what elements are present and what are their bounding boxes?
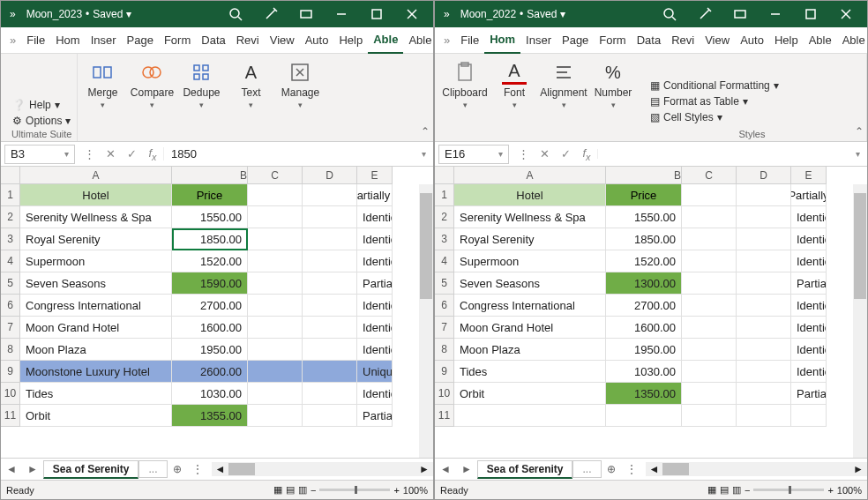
enter-icon[interactable]: ✓ [121, 147, 142, 160]
zoom-level[interactable]: 100% [837, 485, 862, 496]
col-header[interactable]: E [357, 167, 393, 184]
cell[interactable] [682, 272, 737, 295]
row-header[interactable]: 8 [435, 339, 454, 361]
cell[interactable]: Partially [791, 184, 827, 206]
cell[interactable]: 1950.00 [606, 339, 682, 361]
cell[interactable]: Identical [357, 295, 393, 317]
sheet-tab-active[interactable]: Sea of Serenity [477, 460, 573, 479]
cell[interactable]: 2700.00 [172, 295, 248, 317]
row-header[interactable]: 10 [435, 383, 454, 405]
sheet-nav-next[interactable]: ► [22, 463, 43, 475]
cell[interactable]: 1300.00 [606, 272, 682, 295]
cell[interactable] [737, 184, 791, 206]
zoom-in-icon[interactable]: + [827, 485, 833, 496]
cell[interactable]: Orbit [20, 405, 172, 427]
cell[interactable] [303, 206, 357, 228]
cell[interactable] [682, 405, 737, 427]
row-header[interactable]: 10 [1, 383, 20, 405]
cell-styles-button[interactable]: ▧Cell Styles ▾ [650, 111, 722, 123]
cell[interactable] [737, 405, 791, 427]
cell[interactable]: Seven Seasons [454, 272, 606, 295]
cell[interactable]: 2600.00 [172, 361, 248, 383]
cell[interactable]: Moon Grand Hotel [454, 317, 606, 339]
cell[interactable] [682, 295, 737, 317]
row-header[interactable]: 6 [1, 295, 20, 317]
normal-view-icon[interactable]: ▦ [273, 484, 282, 496]
row-header[interactable]: 4 [435, 250, 454, 272]
row-header[interactable]: 1 [435, 184, 454, 206]
col-header[interactable]: A [454, 167, 606, 184]
cell[interactable] [682, 339, 737, 361]
name-box[interactable]: E16▾ [438, 145, 509, 164]
row-header[interactable]: 11 [1, 405, 20, 427]
cell[interactable]: Tides [20, 383, 172, 405]
cell[interactable]: Identical [791, 361, 827, 383]
tab-data[interactable]: Data [632, 27, 666, 54]
cell[interactable]: 1850.00 [606, 228, 682, 250]
cell[interactable] [248, 361, 303, 383]
sheet-tab-hidden[interactable]: ... [138, 460, 167, 478]
search-icon[interactable] [218, 1, 253, 27]
maximize-button[interactable] [359, 1, 394, 27]
col-header[interactable]: B [606, 167, 682, 184]
cell[interactable] [454, 405, 606, 427]
cell[interactable] [303, 383, 357, 405]
tab-view[interactable]: View [700, 27, 735, 54]
sheet-tab-active[interactable]: Sea of Serenity [43, 460, 139, 479]
chevron-right-icon[interactable]: » [438, 34, 455, 47]
zoom-slider[interactable] [753, 489, 824, 491]
header-cell[interactable]: Hotel [20, 184, 172, 206]
header-cell[interactable]: Hotel [454, 184, 606, 206]
cell[interactable]: Identical [357, 228, 393, 250]
row-header[interactable]: 3 [435, 228, 454, 250]
cell[interactable]: Seven Seasons [20, 272, 172, 295]
tab-page[interactable]: Page [122, 27, 159, 54]
chevron-right-icon[interactable]: » [438, 8, 455, 20]
dedupe-button[interactable]: Dedupe▾ [176, 54, 226, 116]
page-break-icon[interactable]: ▥ [298, 484, 307, 496]
col-header[interactable]: D [737, 167, 791, 184]
cell[interactable]: Congress International [20, 295, 172, 317]
doc-title[interactable]: Moon_2023 • Saved ▾ [21, 8, 138, 20]
cell[interactable]: 1550.00 [172, 206, 248, 228]
cell[interactable]: 1520.00 [606, 250, 682, 272]
cell[interactable]: Serenity Wellness & Spa [20, 206, 172, 228]
cell[interactable]: 1850.00 [172, 228, 248, 250]
cell[interactable] [248, 405, 303, 427]
cell[interactable]: Partially d [357, 405, 393, 427]
maximize-button[interactable] [793, 1, 828, 27]
cell[interactable]: Moon Grand Hotel [20, 317, 172, 339]
enter-icon[interactable]: ✓ [555, 147, 576, 160]
tab-review[interactable]: Revi [666, 27, 700, 54]
cell[interactable] [303, 184, 357, 206]
cell[interactable] [737, 206, 791, 228]
row-header[interactable]: 2 [435, 206, 454, 228]
merge-button[interactable]: Merge▾ [78, 54, 127, 116]
cell[interactable]: Identical [357, 250, 393, 272]
page-layout-icon[interactable]: ▤ [286, 484, 295, 496]
cell[interactable] [303, 295, 357, 317]
cell[interactable] [682, 228, 737, 250]
cell[interactable] [737, 339, 791, 361]
cell[interactable]: Identical [791, 317, 827, 339]
row-header[interactable]: 1 [1, 184, 20, 206]
cell[interactable] [303, 339, 357, 361]
cell[interactable]: 1600.00 [606, 317, 682, 339]
cell[interactable] [682, 383, 737, 405]
cell[interactable] [682, 317, 737, 339]
sheet-nav-next[interactable]: ► [456, 463, 477, 475]
cell[interactable] [248, 206, 303, 228]
cell[interactable]: 1600.00 [172, 317, 248, 339]
cell[interactable] [248, 383, 303, 405]
tab-help[interactable]: Help [769, 27, 804, 54]
cell[interactable]: Royal Serenity [20, 228, 172, 250]
close-button[interactable] [394, 1, 430, 27]
grid[interactable]: A B C D E 1 Hotel Price Partially d 2Ser… [1, 167, 433, 458]
normal-view-icon[interactable]: ▦ [707, 484, 716, 496]
cell[interactable]: Identical [791, 339, 827, 361]
cell[interactable] [303, 405, 357, 427]
row-header[interactable]: 5 [1, 272, 20, 295]
col-header[interactable]: C [248, 167, 303, 184]
cell[interactable] [737, 317, 791, 339]
cell[interactable] [682, 206, 737, 228]
